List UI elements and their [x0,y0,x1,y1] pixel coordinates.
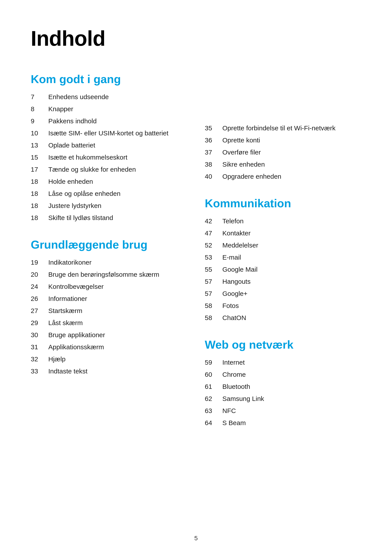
toc-text: ChatON [222,313,246,323]
toc-item: 55 Google Mail [205,264,362,274]
toc-item: 20 Bruge den berøringsfølsomme skærm [31,270,187,279]
toc-num: 9 [31,116,48,126]
page-number: 5 [194,535,198,542]
section-title-web: Web og netværk [205,338,362,351]
toc-text: Holde enheden [48,176,93,186]
section-web-og-netvaerk: Web og netværk 59 Internet 60 Chrome 61 … [205,338,362,428]
toc-num: 62 [205,394,222,403]
toc-text: Telefon [222,216,244,226]
toc-text: Justere lydstyrken [48,201,101,211]
toc-num: 38 [205,159,222,169]
toc-item: 18 Skifte til lydløs tilstand [31,213,187,223]
toc-list-web: 59 Internet 60 Chrome 61 Bluetooth 62 Sa… [205,358,362,428]
toc-text: Hangouts [222,277,250,286]
toc-num: 18 [31,176,48,186]
toc-text: Enhedens udseende [48,92,109,102]
toc-num: 58 [205,313,222,323]
toc-text: Låse og oplåse enheden [48,189,121,198]
toc-text: Isætte SIM- eller USIM-kortet og batteri… [48,128,168,138]
toc-text: S Beam [222,418,246,428]
toc-text: Oprette forbindelse til et Wi-Fi-netværk [222,123,335,133]
toc-text: Samsung Link [222,394,264,403]
toc-text: Meddelelser [222,240,258,250]
toc-text: Chrome [222,370,246,379]
toc-num: 24 [31,282,48,292]
toc-text: Google+ [222,289,248,299]
toc-item: 30 Bruge applikationer [31,330,187,340]
toc-num: 42 [205,216,222,226]
section-kom-godt-i-gang: Kom godt i gang 7 Enhedens udseende 8 Kn… [31,73,187,223]
toc-num: 18 [31,213,48,223]
section-title-kommunikation: Kommunikation [205,197,362,210]
toc-list-grundlaeggende: 19 Indikatorikoner 20 Bruge den berøring… [31,257,187,376]
toc-num: 59 [205,358,222,367]
toc-item: 33 Indtaste tekst [31,366,187,376]
toc-item: 42 Telefon [205,216,362,226]
toc-num: 53 [205,252,222,262]
toc-item: 35 Oprette forbindelse til et Wi-Fi-netv… [205,123,362,133]
left-column: Kom godt i gang 7 Enhedens udseende 8 Kn… [31,73,187,443]
toc-text: Oplade batteriet [48,140,95,150]
toc-item: 18 Låse og oplåse enheden [31,189,187,198]
toc-item: 38 Sikre enheden [205,159,362,169]
toc-item: 61 Bluetooth [205,382,362,391]
toc-item: 40 Opgradere enheden [205,171,362,181]
toc-num: 26 [31,294,48,304]
toc-item: 62 Samsung Link [205,394,362,403]
toc-list-kom-godt: 7 Enhedens udseende 8 Knapper 9 Pakkens … [31,92,187,223]
toc-num: 36 [205,135,222,145]
toc-item: 13 Oplade batteriet [31,140,187,150]
toc-num: 29 [31,318,48,328]
toc-num: 58 [205,301,222,311]
toc-num: 61 [205,382,222,391]
toc-item: 59 Internet [205,358,362,367]
toc-text: Google Mail [222,264,258,274]
toc-list-continued: 35 Oprette forbindelse til et Wi-Fi-netv… [205,123,362,181]
toc-num: 35 [205,123,222,133]
toc-num: 15 [31,152,48,162]
toc-num: 7 [31,92,48,102]
toc-item: 57 Google+ [205,289,362,299]
toc-text: Informationer [48,294,87,304]
toc-item: 26 Informationer [31,294,187,304]
toc-num: 18 [31,201,48,211]
toc-list-kommunikation: 42 Telefon 47 Kontakter 52 Meddelelser 5… [205,216,362,323]
toc-num: 64 [205,418,222,428]
toc-num: 18 [31,189,48,198]
toc-num: 20 [31,270,48,279]
toc-text: Applikationsskærm [48,342,104,352]
toc-text: Bruge applikationer [48,330,105,340]
toc-num: 55 [205,264,222,274]
toc-item: 10 Isætte SIM- eller USIM-kortet og batt… [31,128,187,138]
toc-item: 31 Applikationsskærm [31,342,187,352]
toc-text: Kontrolbevægelser [48,282,104,292]
toc-num: 8 [31,104,48,114]
toc-text: Indtaste tekst [48,366,87,376]
toc-num: 57 [205,277,222,286]
toc-num: 52 [205,240,222,250]
toc-item: 63 NFC [205,406,362,416]
toc-num: 57 [205,289,222,299]
toc-num: 19 [31,257,48,267]
toc-text: Overføre filer [222,147,261,157]
toc-item: 7 Enhedens udseende [31,92,187,102]
toc-item: 9 Pakkens indhold [31,116,187,126]
toc-item: 37 Overføre filer [205,147,362,157]
toc-text: E-mail [222,252,241,262]
toc-text: Startskærm [48,306,82,316]
toc-text: Internet [222,358,245,367]
toc-num: 17 [31,164,48,174]
section-grundlaeggende-brug: Grundlæggende brug 19 Indikatorikoner 20… [31,238,187,376]
toc-text: Opgradere enheden [222,171,282,181]
section-continued: 35 Oprette forbindelse til et Wi-Fi-netv… [205,123,362,181]
toc-text: Kontakter [222,228,250,238]
toc-item: 36 Oprette konti [205,135,362,145]
toc-item: 52 Meddelelser [205,240,362,250]
toc-item: 15 Isætte et hukommelseskort [31,152,187,162]
toc-item: 53 E-mail [205,252,362,262]
toc-num: 60 [205,370,222,379]
toc-item: 58 Fotos [205,301,362,311]
toc-text: Hjælp [48,354,65,364]
toc-text: Bluetooth [222,382,250,391]
toc-text: Bruge den berøringsfølsomme skærm [48,270,159,279]
